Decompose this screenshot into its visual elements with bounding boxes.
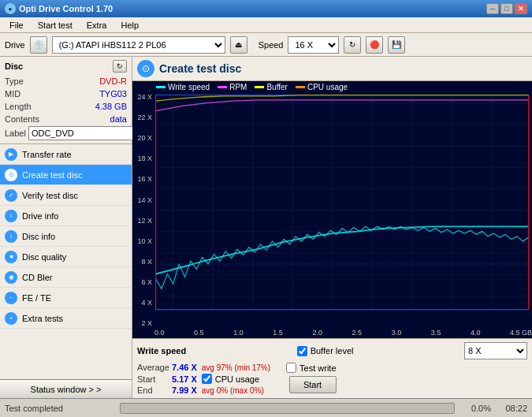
menu-help[interactable]: Help <box>114 19 145 32</box>
cpu-usage-label: CPU usage <box>215 374 259 384</box>
label-input[interactable] <box>28 126 143 140</box>
drive-info-label: Drive info <box>22 211 58 221</box>
maximize-button[interactable]: □ <box>500 3 513 14</box>
start-button[interactable]: Start <box>289 376 337 393</box>
sidebar-item-drive-info[interactable]: i Drive info <box>0 206 132 226</box>
mid-key: MID <box>5 87 20 100</box>
status-window-button[interactable]: Status window > > <box>0 379 132 398</box>
sidebar-item-create-test-disc[interactable]: ⊙ Create test disc <box>0 165 132 185</box>
legend-rpm: RPM <box>218 83 247 91</box>
length-value: 4.38 GB <box>95 100 127 113</box>
x-label-35: 3.5 <box>431 329 441 337</box>
status-text: Test completed <box>5 404 115 413</box>
type-key: Type <box>5 75 24 87</box>
end-value: 7.99 X <box>172 385 197 395</box>
close-button[interactable]: ✕ <box>515 3 527 14</box>
time-text: 08:22 <box>496 404 527 413</box>
write-speed-label: Write speed <box>137 346 186 356</box>
drive-bar: Drive 💿 (G:) ATAPI iHBS112 2 PL06 ⏏ Spee… <box>0 33 532 57</box>
drive-label: Drive <box>5 40 25 50</box>
menu-start-test[interactable]: Start test <box>32 19 79 32</box>
sidebar: Disc ↻ Type DVD-R MID TYG03 Length 4.38 … <box>0 57 132 398</box>
drive-info-icon: i <box>5 210 17 222</box>
svg-rect-0 <box>156 95 529 310</box>
stats-column: Average 7.46 X avg 97% (min 17%) Start 5… <box>137 363 270 395</box>
chart-container: Write speed RPM Buffer CPU usage 2 X <box>132 81 532 338</box>
buffer-level-checkbox[interactable] <box>297 346 307 356</box>
menu-extra[interactable]: Extra <box>80 19 113 32</box>
chart-legend: Write speed RPM Buffer CPU usage <box>156 83 348 91</box>
drive-icon-btn[interactable]: 💿 <box>30 36 47 54</box>
buffer-level-label: Buffer level <box>311 346 354 356</box>
save-button-top[interactable]: 💾 <box>388 36 405 54</box>
cpu-usage-checkbox[interactable] <box>202 374 212 384</box>
legend-write-speed: Write speed <box>156 83 210 91</box>
mid-value: TYG03 <box>99 87 127 100</box>
x-label-15: 1.5 <box>273 329 283 337</box>
nav-items: ▶ Transfer rate ⊙ Create test disc ✓ Ver… <box>0 144 132 379</box>
chart-svg <box>132 81 532 338</box>
legend-cpu: CPU usage <box>296 83 348 91</box>
create-test-disc-icon: ⊙ <box>5 169 17 181</box>
x-label-05: 0.5 <box>194 329 204 337</box>
app-icon: ● <box>5 3 16 14</box>
end-key: End <box>137 385 167 395</box>
x-label-25: 2.5 <box>352 329 363 337</box>
content-header-icon: ⊙ <box>137 60 154 77</box>
contents-value: data <box>110 113 127 125</box>
sidebar-item-fe-te[interactable]: ~ FE / TE <box>0 288 132 308</box>
content-header: ⊙ Create test disc <box>132 57 532 81</box>
minimize-button[interactable]: ─ <box>486 3 499 14</box>
length-key: Length <box>5 100 32 113</box>
extra-tests-label: Extra tests <box>22 314 63 323</box>
start-value: 5.17 X <box>172 374 197 384</box>
cd-bler-label: CD Bler <box>22 273 53 282</box>
eject-button[interactable]: ⏏ <box>230 36 247 54</box>
legend-buffer: Buffer <box>255 83 288 91</box>
sidebar-item-cd-bler[interactable]: ◉ CD Bler <box>0 267 132 288</box>
bottom-controls: Write speed Buffer level 8 X 4 X 6 X 12 … <box>132 338 532 398</box>
speed-selector-top[interactable]: 16 X Max 8 X <box>288 36 339 54</box>
cpu-color <box>296 86 305 88</box>
transfer-rate-label: Transfer rate <box>22 150 72 159</box>
verify-test-disc-icon: ✓ <box>5 189 17 202</box>
disc-info-icon: i <box>5 230 17 243</box>
end-extra: avg 0% (max 0%) <box>202 386 264 395</box>
refresh-button[interactable]: ↻ <box>344 36 361 54</box>
drive-selector[interactable]: (G:) ATAPI iHBS112 2 PL06 <box>52 36 225 54</box>
start-key: Start <box>137 374 167 384</box>
fe-te-icon: ~ <box>5 292 17 304</box>
menu-file[interactable]: File <box>3 19 30 32</box>
x-label-20: 2.0 <box>312 329 322 337</box>
status-bar: Test completed 0.0% 08:22 <box>0 398 532 417</box>
rpm-color <box>218 86 227 88</box>
menu-bar: File Start test Extra Help <box>0 17 532 33</box>
app-title: Opti Drive Control 1.70 <box>19 4 113 13</box>
extra-tests-icon: + <box>5 312 17 325</box>
disc-refresh-button[interactable]: ↻ <box>113 60 127 73</box>
filter-button[interactable]: 🔴 <box>366 36 383 54</box>
disc-quality-icon: ★ <box>5 251 17 263</box>
test-write-label: Test write <box>299 363 336 373</box>
write-speed-legend: Write speed <box>168 83 210 91</box>
average-value: 7.46 X <box>172 363 197 372</box>
x-label-40: 4.0 <box>471 329 481 337</box>
x-axis: 0.0 0.5 1.0 1.5 2.0 2.5 3.0 3.5 4.0 4.5 … <box>154 329 532 337</box>
cpu-usage-row: CPU usage <box>202 374 259 384</box>
progress-text: 0.0% <box>459 404 491 413</box>
content-area: ⊙ Create test disc Write speed RPM Buffe… <box>132 57 532 398</box>
buffer-color <box>255 86 264 88</box>
sidebar-item-extra-tests[interactable]: + Extra tests <box>0 308 132 329</box>
type-value: DVD-R <box>99 75 127 87</box>
x-label-0: 0.0 <box>154 329 165 337</box>
sidebar-item-disc-info[interactable]: i Disc info <box>0 226 132 247</box>
label-key: Label <box>5 128 26 138</box>
verify-test-disc-label: Verify test disc <box>22 191 78 200</box>
test-write-checkbox[interactable] <box>286 363 296 373</box>
sidebar-item-disc-quality[interactable]: ★ Disc quality <box>0 247 132 267</box>
buffer-legend: Buffer <box>266 83 288 91</box>
write-speed-selector[interactable]: 8 X 4 X 6 X 12 X 16 X <box>464 342 527 359</box>
sidebar-item-transfer-rate[interactable]: ▶ Transfer rate <box>0 144 132 165</box>
sidebar-item-verify-test-disc[interactable]: ✓ Verify test disc <box>0 185 132 206</box>
cd-bler-icon: ◉ <box>5 271 17 284</box>
